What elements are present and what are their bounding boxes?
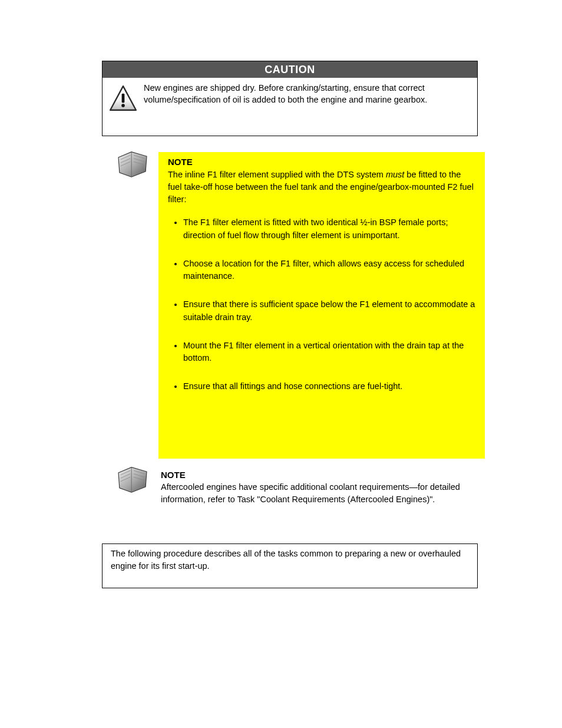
note-yellow-list: The F1 filter element is fitted with two… [183, 216, 475, 393]
book-icon [115, 465, 150, 493]
note-item: Ensure that there is sufficient space be… [183, 298, 475, 324]
procedure-intro-box: The following procedure describes all of… [102, 543, 478, 588]
caution-box: CAUTION New engines are shipped [102, 61, 478, 136]
note-yellow-title: NOTE [168, 157, 475, 167]
note-item: The F1 filter element is fitted with two… [183, 216, 475, 242]
note-yellow-wrap: NOTE The inline F1 filter element suppli… [115, 152, 480, 459]
procedure-intro-text: The following procedure describes all of… [111, 549, 461, 571]
note-plain-wrap: NOTE Aftercooled engines have specific a… [115, 467, 480, 508]
page-root: CAUTION New engines are shipped [0, 0, 562, 728]
caution-body: New engines are shipped dry. Before cran… [103, 78, 477, 136]
note-item: Mount the F1 filter element in a vertica… [183, 340, 475, 365]
svg-point-2 [121, 104, 125, 107]
note-yellow-box: NOTE The inline F1 filter element suppli… [158, 152, 485, 459]
caution-header: CAUTION [103, 61, 477, 78]
note-yellow-intro: The inline F1 filter element supplied wi… [168, 169, 475, 206]
note-item: Ensure that all fittings and hose connec… [183, 380, 475, 393]
note-plain-title: NOTE [161, 470, 477, 480]
svg-rect-1 [122, 94, 125, 103]
note-intro-plain: The inline F1 filter element supplied wi… [168, 170, 386, 179]
warning-triangle-icon [103, 78, 144, 114]
note-plain-box: NOTE Aftercooled engines have specific a… [158, 467, 485, 508]
note-item: Choose a location for the F1 filter, whi… [183, 258, 475, 284]
book-icon [115, 150, 150, 178]
caution-text: New engines are shipped dry. Before cran… [144, 78, 477, 108]
note-plain-text: Aftercooled engines have specific additi… [161, 481, 477, 506]
note-intro-italic: must [386, 170, 404, 179]
